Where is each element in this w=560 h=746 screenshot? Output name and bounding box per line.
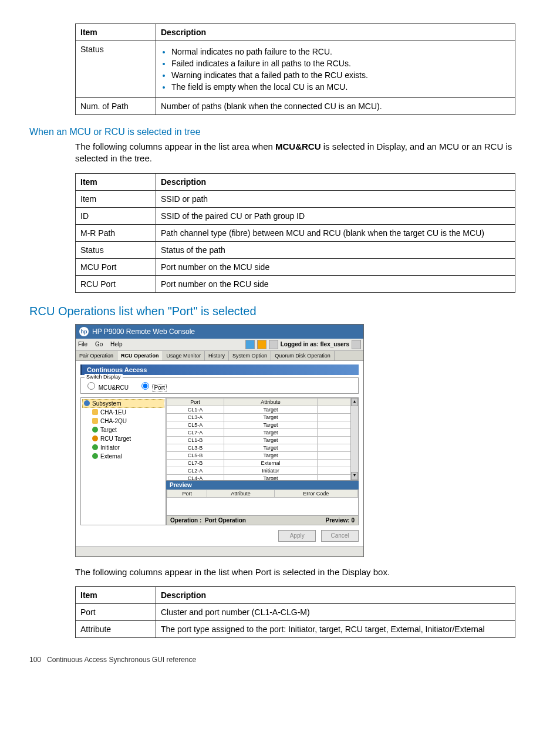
- heading-rcu-port-selected: RCU Operations list when "Port" is selec…: [29, 305, 531, 318]
- table-row: StatusStatus of the path: [76, 241, 515, 258]
- table-row[interactable]: CL3-ATarget: [167, 413, 358, 421]
- table-row: Item Description: [76, 24, 515, 41]
- window-title: HP P9000 Remote Web Console: [92, 328, 195, 336]
- table-row[interactable]: CL1-ATarget: [167, 406, 358, 413]
- table-row[interactable]: CL5-BTarget: [167, 451, 358, 459]
- scrollbar[interactable]: ▴ ▾: [350, 398, 358, 480]
- menubar: File Go Help Logged in as: flex_users: [76, 339, 363, 351]
- tree-item[interactable]: CHA-2QU: [82, 417, 164, 426]
- tree-item-label: Initiator: [100, 444, 120, 451]
- para-mcu-rcu: The following columns appear in the list…: [75, 141, 531, 165]
- page-footer: 100 Continuous Access Synchronous GUI re…: [29, 656, 531, 664]
- table-row[interactable]: CL3-BTarget: [167, 444, 358, 451]
- table-row: PortCluster and port number (CL1-A-CLG-M…: [76, 603, 515, 620]
- table-row[interactable]: CL2-AInitiator: [167, 467, 358, 474]
- logged-in-label: Logged in as: flex_users: [281, 341, 349, 347]
- preview-pane: Port Attribute Error Code: [166, 490, 359, 516]
- tab-usage-monitor[interactable]: Usage Monitor: [163, 351, 205, 360]
- tree-item[interactable]: Target: [82, 426, 164, 434]
- status-bullets: Normal indicates no path failure to the …: [161, 47, 510, 92]
- toolbar-icon[interactable]: [257, 340, 266, 349]
- port-table: Port Attribute CL1-ATargetCL3-ATargetCL5…: [166, 398, 358, 481]
- table-row: Item Description: [76, 586, 515, 603]
- hp-logo-icon: hp: [79, 327, 89, 336]
- tree-node-icon: [92, 418, 98, 424]
- table-row: Item Description: [76, 173, 515, 190]
- cancel-button[interactable]: Cancel: [321, 530, 359, 542]
- page-number: 100: [29, 656, 41, 664]
- port-list-scroll: Port Attribute CL1-ATargetCL3-ATargetCL5…: [166, 397, 359, 481]
- tree-node-icon: [84, 400, 90, 406]
- preview-count: Preview: 0: [326, 517, 355, 524]
- table-row: M-R PathPath channel type (fibre) betwee…: [76, 224, 515, 241]
- tree-item-label: CHA-2QU: [100, 418, 127, 424]
- radio-port[interactable]: Port: [139, 384, 167, 391]
- tree-item-label: CHA-1EU: [100, 409, 126, 416]
- para-port-columns: The following columns appear in the list…: [75, 566, 531, 578]
- tree-item-label: Subsystem: [92, 400, 121, 407]
- footer-title: Continuous Access Synchronous GUI refere…: [47, 656, 196, 664]
- tab-quorum-disk-operation[interactable]: Quorum Disk Operation: [271, 351, 335, 360]
- table-status-numpath: Item Description Status Normal indicates…: [75, 23, 515, 115]
- radio-mcurcu[interactable]: MCU&RCU: [85, 384, 129, 391]
- tab-pair-operation[interactable]: Pair Operation: [76, 351, 117, 360]
- toolbar-icon[interactable]: [245, 340, 255, 349]
- toolbar-icon[interactable]: [352, 340, 361, 349]
- table-row[interactable]: CL1-BTarget: [167, 436, 358, 444]
- table-row: Num. of Path Number of paths (blank when…: [76, 98, 515, 115]
- menu-help[interactable]: Help: [110, 341, 123, 347]
- table-row: MCU PortPort number on the MCU side: [76, 258, 515, 275]
- table-row[interactable]: CL4-ATarget: [167, 474, 358, 481]
- tree-node-icon: [92, 409, 98, 415]
- table-row[interactable]: CL7-BExternal: [167, 459, 358, 467]
- tab-rcu-operation[interactable]: RCU Operation: [117, 351, 163, 360]
- table-row: Status Normal indicates no path failure …: [76, 41, 515, 98]
- window-titlebar: hp HP P9000 Remote Web Console: [76, 325, 363, 339]
- table-row: RCU PortPort number on the RCU side: [76, 275, 515, 292]
- menu-file[interactable]: File: [78, 341, 87, 347]
- toolbar-dropdown-icon[interactable]: [269, 340, 278, 349]
- tree-item[interactable]: Subsystem: [82, 399, 164, 408]
- table-port-columns: Item Description PortCluster and port nu…: [75, 586, 515, 638]
- tree-node-icon: [92, 427, 98, 433]
- table-row: AttributeThe port type assigned to the p…: [76, 620, 515, 637]
- preview-heading: Preview: [166, 481, 359, 490]
- tree-item[interactable]: Initiator: [82, 443, 164, 452]
- col-item: Item: [76, 24, 156, 41]
- table-row: IDSSID of the paired CU or Path group ID: [76, 207, 515, 224]
- switch-display-legend: Switch Display: [85, 374, 123, 380]
- preview-table: Port Attribute Error Code: [167, 490, 358, 498]
- heading-mcu-rcu-selected: When an MCU or RCU is selected in tree: [29, 127, 531, 137]
- status-bar: [76, 546, 363, 556]
- table-row: ItemSSID or path: [76, 190, 515, 207]
- operation-row: Operation : Port Operation Preview: 0: [166, 516, 359, 525]
- table-row: Port Attribute Error Code: [167, 490, 358, 497]
- tree-item-label: RCU Target: [100, 436, 131, 442]
- scroll-down-icon[interactable]: ▾: [351, 472, 358, 480]
- tree-item-label: Target: [100, 427, 117, 433]
- tree-node-icon: [92, 444, 98, 450]
- tree-item[interactable]: CHA-1EU: [82, 408, 164, 417]
- table-row: Port Attribute: [167, 398, 358, 406]
- tree-item[interactable]: External: [82, 452, 164, 461]
- tab-history[interactable]: History: [205, 351, 229, 360]
- scroll-up-icon[interactable]: ▴: [351, 398, 358, 406]
- button-row: Apply Cancel: [76, 525, 363, 546]
- apply-button[interactable]: Apply: [278, 530, 316, 542]
- table-mcu-rcu-columns: Item Description ItemSSID or path IDSSID…: [75, 173, 515, 293]
- tab-system-option[interactable]: System Option: [229, 351, 271, 360]
- tabs: Pair Operation RCU Operation Usage Monit…: [76, 351, 363, 361]
- switch-display-group: Switch Display MCU&RCU Port: [80, 377, 359, 394]
- table-row[interactable]: CL7-ATarget: [167, 428, 358, 436]
- tree-item-label: External: [100, 453, 122, 460]
- screenshot-remote-web-console: hp HP P9000 Remote Web Console File Go H…: [75, 324, 364, 557]
- tree-node-icon: [92, 453, 98, 459]
- table-row[interactable]: CL5-ATarget: [167, 421, 358, 428]
- operation-value: Port Operation: [205, 517, 246, 524]
- tree-item[interactable]: RCU Target: [82, 434, 164, 443]
- menu-go[interactable]: Go: [95, 341, 103, 347]
- tree-node-icon: [92, 436, 98, 441]
- col-description: Description: [156, 24, 515, 41]
- tree-pane: SubsystemCHA-1EUCHA-2QUTargetRCU TargetI…: [80, 397, 166, 525]
